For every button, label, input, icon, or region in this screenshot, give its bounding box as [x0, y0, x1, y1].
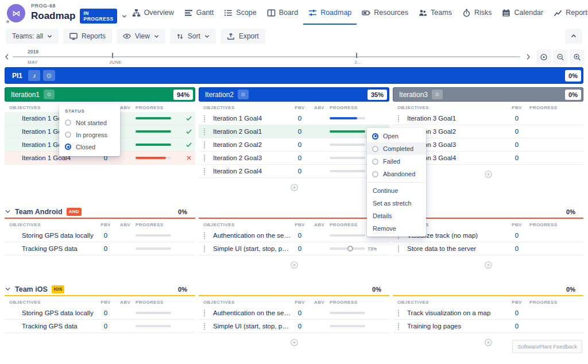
drag-handle-icon[interactable]: [393, 323, 401, 330]
timeline-next-button[interactable]: [523, 51, 534, 63]
table-row[interactable]: Simple UI (start, stop, pause) 0: [199, 320, 389, 333]
team-android-header[interactable]: Team Android AND 0%: [5, 206, 195, 218]
drag-handle-icon[interactable]: [199, 128, 207, 135]
table-row[interactable]: Track visualization on a map 0: [393, 307, 583, 320]
status-failed-icon[interactable]: [183, 155, 195, 161]
table-row[interactable]: Tracking GPS data 0: [5, 320, 195, 333]
nav-scope[interactable]: Scope: [219, 2, 261, 25]
table-row[interactable]: Iteration 2 Goal3 0: [199, 152, 389, 165]
drag-handle-icon[interactable]: [393, 309, 401, 317]
iteration1-header[interactable]: Iteration1 94%: [5, 87, 195, 102]
menu-option-open[interactable]: Open: [367, 130, 426, 142]
view-dropdown[interactable]: View: [117, 29, 165, 44]
info-icon[interactable]: [44, 90, 55, 99]
menu-action-continue[interactable]: Continue: [367, 184, 426, 197]
zoom-in-button[interactable]: [570, 49, 585, 64]
table-row[interactable]: Storing GPS data locally 0: [5, 307, 195, 320]
drag-handle-icon[interactable]: [199, 154, 207, 162]
info-icon[interactable]: [432, 90, 443, 99]
export-button[interactable]: Export: [220, 29, 265, 44]
nav-roadmap[interactable]: Roadmap: [303, 2, 357, 25]
pi-jump-icon[interactable]: [28, 70, 40, 81]
drag-handle-icon[interactable]: [199, 141, 207, 149]
status-option-in-progress[interactable]: In progress: [59, 129, 120, 141]
info-icon[interactable]: [238, 90, 249, 99]
calendar-icon: [502, 9, 510, 17]
table-row[interactable]: Tracking GPS data 0: [5, 242, 195, 255]
nav-calendar[interactable]: Calendar: [497, 2, 548, 25]
table-row[interactable]: Iteration 2 Goal1 0: [199, 125, 389, 138]
drag-handle-icon[interactable]: [199, 323, 207, 330]
nav-reports[interactable]: Reports: [548, 2, 588, 25]
drag-handle-icon[interactable]: [199, 168, 207, 175]
nav-risks[interactable]: Risks: [457, 2, 497, 25]
table-row[interactable]: Iteration 3 Goal1 0: [393, 112, 583, 125]
softwareplant-feedback-button[interactable]: SoftwarePlant Feedback: [512, 340, 582, 353]
status-option-not-started[interactable]: Not started: [59, 117, 120, 129]
table-row[interactable]: Iteration 2 Goal2 0: [199, 138, 389, 152]
menu-action-remove[interactable]: Remove: [367, 222, 426, 235]
menu-option-completed[interactable]: Completed: [367, 142, 426, 155]
program-avatar[interactable]: ⋈ ★: [7, 4, 25, 22]
progress-bar: [136, 312, 171, 314]
radio-icon[interactable]: [372, 146, 378, 152]
status-option-closed[interactable]: Closed: [59, 141, 120, 153]
add-objective-button[interactable]: [484, 170, 493, 179]
radio-icon[interactable]: [65, 131, 71, 138]
zoom-out-button[interactable]: [553, 49, 568, 64]
menu-action-details[interactable]: Details: [367, 210, 426, 222]
drag-handle-icon[interactable]: [393, 115, 401, 122]
chevron-down-icon[interactable]: [5, 286, 11, 292]
status-chevron-down-icon[interactable]: [122, 14, 127, 19]
drag-handle-icon[interactable]: [199, 245, 207, 253]
radio-icon[interactable]: [65, 119, 71, 126]
timeline-center-button[interactable]: [536, 49, 551, 64]
radio-icon[interactable]: [372, 171, 378, 177]
menu-option-failed[interactable]: Failed: [367, 155, 426, 168]
slider-handle[interactable]: [347, 246, 353, 251]
table-row[interactable]: Training log pages 0: [393, 320, 583, 333]
drag-handle-icon[interactable]: [199, 232, 207, 239]
drag-handle-icon[interactable]: [393, 245, 401, 253]
chevron-down-icon[interactable]: [5, 208, 11, 215]
table-row[interactable]: Iteration 1 Goal4 0: [199, 112, 389, 125]
radio-icon[interactable]: [372, 158, 378, 165]
add-objective-button[interactable]: [484, 338, 493, 347]
iteration2-header[interactable]: Iteration2 35%: [199, 87, 389, 102]
sort-dropdown[interactable]: Sort: [170, 29, 216, 44]
table-row[interactable]: Iteration 2 Goal4 0: [199, 165, 389, 178]
teams-filter-dropdown[interactable]: Teams: all: [6, 29, 59, 44]
add-objective-button[interactable]: [484, 261, 493, 269]
status-badge[interactable]: IN PROGRESS: [80, 9, 117, 24]
pi-bar[interactable]: PI1 0%: [5, 67, 583, 84]
table-row[interactable]: Authentication on the server 0: [199, 229, 389, 242]
table-row[interactable]: Storing GPS data locally 0: [5, 229, 195, 242]
add-objective-button[interactable]: [290, 261, 299, 269]
timeline-prev-button[interactable]: [1, 51, 13, 63]
iteration3-header[interactable]: Iteration3 0%: [393, 87, 583, 102]
pi-info-icon[interactable]: [43, 70, 55, 81]
menu-option-abandoned[interactable]: Abandoned: [367, 168, 426, 180]
add-objective-button[interactable]: [290, 338, 299, 347]
status-check-icon[interactable]: [183, 115, 195, 122]
nav-teams[interactable]: Teams: [413, 2, 457, 25]
reports-button[interactable]: Reports: [63, 29, 112, 44]
table-row[interactable]: Simple UI (start, stop, pause) 0 73%: [199, 242, 389, 255]
drag-handle-icon[interactable]: [199, 115, 207, 122]
team-ios-header[interactable]: Team iOS IOS 0%: [5, 283, 195, 295]
radio-selected-icon[interactable]: [372, 133, 378, 140]
table-row[interactable]: Authentication on the server 0: [199, 307, 389, 320]
nav-board[interactable]: Board: [262, 2, 303, 25]
radio-selected-icon[interactable]: [65, 144, 71, 150]
menu-action-set-as-stretch[interactable]: Set as stretch: [367, 197, 426, 210]
collapse-toolbar-button[interactable]: [565, 29, 582, 44]
nav-overview[interactable]: Overview: [127, 2, 179, 25]
nav-gantt[interactable]: Gantt: [179, 2, 219, 25]
status-check-icon[interactable]: [183, 128, 195, 135]
timeline-tick: [112, 53, 113, 58]
table-row[interactable]: Store data to the server 0: [393, 242, 583, 255]
status-check-icon[interactable]: [183, 141, 195, 148]
add-objective-button[interactable]: [290, 183, 299, 192]
drag-handle-icon[interactable]: [199, 309, 207, 317]
nav-resources[interactable]: Resources: [357, 2, 413, 25]
